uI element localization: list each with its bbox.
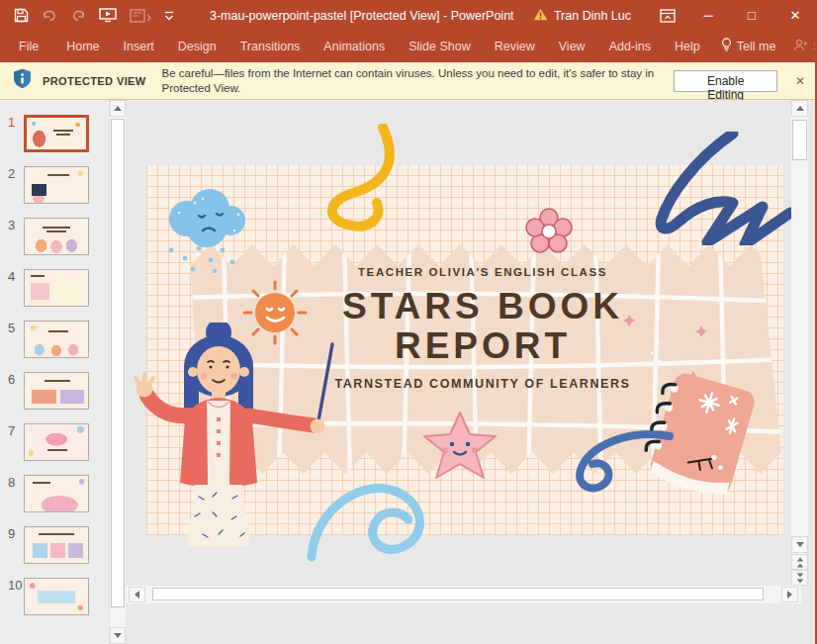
tab-insert[interactable]: Insert <box>115 32 163 61</box>
slide-thumbnail-image[interactable] <box>24 321 89 358</box>
main-vertical-scrollbar[interactable] <box>791 100 808 586</box>
slide-subtitle-text: TARNSTEAD COMMUNITY OF LEARNERS <box>265 377 700 391</box>
share-person-icon <box>793 39 808 54</box>
tab-review[interactable]: Review <box>486 32 544 61</box>
slide-thumbnail-row[interactable]: 7 <box>0 423 109 461</box>
share-button[interactable]: Share <box>784 31 817 62</box>
slide-thumbnail-image[interactable] <box>24 166 89 204</box>
slide-thumbnail-image[interactable] <box>24 423 89 461</box>
tab-transitions[interactable]: Transitions <box>231 32 310 61</box>
slide-thumbnail-row[interactable]: 9 <box>0 526 109 564</box>
scroll-right-button[interactable] <box>781 587 798 602</box>
close-button[interactable]: ✕ <box>773 0 817 31</box>
tell-me-label: Tell me <box>737 40 776 53</box>
next-slide-button[interactable] <box>791 570 808 586</box>
minimize-button[interactable]: ─ <box>686 0 730 31</box>
slide-thumbnail-image[interactable] <box>24 526 89 564</box>
tab-animations[interactable]: Animations <box>315 32 394 61</box>
slide-thumbnail-row[interactable]: 10 <box>0 578 109 615</box>
ribbon-tab-row: FileHomeInsertDesignTransitionsAnimation… <box>0 31 817 62</box>
user-name: Tran Dinh Luc <box>554 9 631 23</box>
previous-slide-button[interactable] <box>791 554 808 570</box>
slide-number: 7 <box>0 423 22 461</box>
slide-thumbnail-row[interactable]: 2 <box>0 166 109 204</box>
slide-number: 2 <box>0 166 22 204</box>
slide-thumbnail-panel: 1 2 3 4 5 6 7 8 <box>0 100 109 644</box>
slide-thumbnail-row[interactable]: 8 <box>0 475 109 512</box>
tab-add-ins[interactable]: Add-ins <box>600 32 660 61</box>
slide-thumbnail-row[interactable]: 6 <box>0 372 109 410</box>
slide-1-canvas[interactable]: TEACHER OLIVIA'S ENGLISH CLASS STARS BOO… <box>146 165 783 535</box>
slide-thumbnail-image[interactable] <box>24 372 89 410</box>
slide-thumbnail-image[interactable] <box>24 578 89 615</box>
slide-thumbnail-row[interactable]: 4 <box>0 269 109 307</box>
slide-thumbnail-image[interactable] <box>24 218 89 255</box>
tab-design[interactable]: Design <box>169 32 226 61</box>
shield-icon <box>13 68 32 93</box>
scrollbar-thumb[interactable] <box>792 120 807 160</box>
window-title: 3-mau-powerpoint-pastel [Protected View]… <box>210 9 514 23</box>
slide-number: 4 <box>0 269 22 307</box>
scrollbar-thumb[interactable] <box>152 588 764 600</box>
scrollbar-thumb[interactable] <box>111 119 125 607</box>
tab-slide-show[interactable]: Slide Show <box>400 32 480 61</box>
enable-editing-button[interactable]: Enable Editing <box>674 70 777 92</box>
thumbnail-panel-scrollbar[interactable] <box>109 100 126 644</box>
account-area[interactable]: Tran Dinh Luc <box>533 8 631 24</box>
slide-editing-canvas[interactable]: TEACHER OLIVIA'S ENGLISH CLASS STARS BOO… <box>126 100 791 586</box>
tab-home[interactable]: Home <box>57 32 108 61</box>
slide-thumbnail-row[interactable]: 5 <box>0 321 109 358</box>
slide-thumbnail-image[interactable] <box>24 115 89 152</box>
banner-close-icon[interactable]: ✕ <box>791 71 809 91</box>
protected-view-label: PROTECTED VIEW <box>43 75 146 87</box>
slide-number: 6 <box>0 372 22 410</box>
warning-icon <box>533 8 548 24</box>
protected-view-message: Be careful—files from the Internet can c… <box>162 66 675 96</box>
slide-title-block[interactable]: TEACHER OLIVIA'S ENGLISH CLASS STARS BOO… <box>265 266 700 391</box>
slide-number: 3 <box>0 218 22 255</box>
slide-number: 1 <box>0 115 22 152</box>
slide-number: 5 <box>0 321 22 358</box>
slide-number: 10 <box>0 578 22 615</box>
tab-help[interactable]: Help <box>666 32 709 61</box>
tab-view[interactable]: View <box>550 32 594 61</box>
slide-thumbnail-row[interactable]: 1 <box>0 115 109 152</box>
save-icon[interactable] <box>14 8 29 23</box>
slide-thumbnail-image[interactable] <box>24 475 89 512</box>
scroll-up-button[interactable] <box>791 100 808 117</box>
ribbon-display-options-button[interactable] <box>649 0 686 31</box>
start-slideshow-icon[interactable] <box>99 8 117 23</box>
slide-title-line2: REPORT <box>265 326 700 366</box>
slide-eyebrow-text: TEACHER OLIVIA'S ENGLISH CLASS <box>265 266 700 278</box>
ribbon-tabs: FileHomeInsertDesignTransitionsAnimation… <box>0 32 712 61</box>
slide-title-line1: STARS BOOK <box>265 287 700 326</box>
scroll-up-button[interactable] <box>110 100 126 117</box>
redo-icon <box>71 9 86 23</box>
customize-qat-icon[interactable] <box>164 10 174 22</box>
lightbulb-icon <box>721 38 732 55</box>
title-bar: 3-mau-powerpoint-pastel [Protected View]… <box>0 0 817 31</box>
quick-access-toolbar <box>0 8 186 23</box>
powerpoint-window: 3-mau-powerpoint-pastel [Protected View]… <box>0 0 817 644</box>
scroll-down-button[interactable] <box>791 536 808 553</box>
maximize-button[interactable]: □ <box>730 0 773 31</box>
slide-number: 8 <box>0 475 22 512</box>
touch-mode-icon <box>130 9 151 23</box>
slide-number: 9 <box>0 526 22 564</box>
slide-thumbnail-image[interactable] <box>24 269 89 307</box>
scroll-down-button[interactable] <box>110 627 126 644</box>
horizontal-scrollbar[interactable] <box>126 586 801 603</box>
scroll-left-button[interactable] <box>129 587 145 602</box>
slide-thumbnail-row[interactable]: 3 <box>0 218 109 255</box>
tab-tell-me[interactable]: Tell me <box>712 30 785 63</box>
undo-icon <box>42 9 58 23</box>
protected-view-banner: PROTECTED VIEW Be careful—files from the… <box>0 62 817 100</box>
tab-file[interactable]: File <box>6 32 51 61</box>
